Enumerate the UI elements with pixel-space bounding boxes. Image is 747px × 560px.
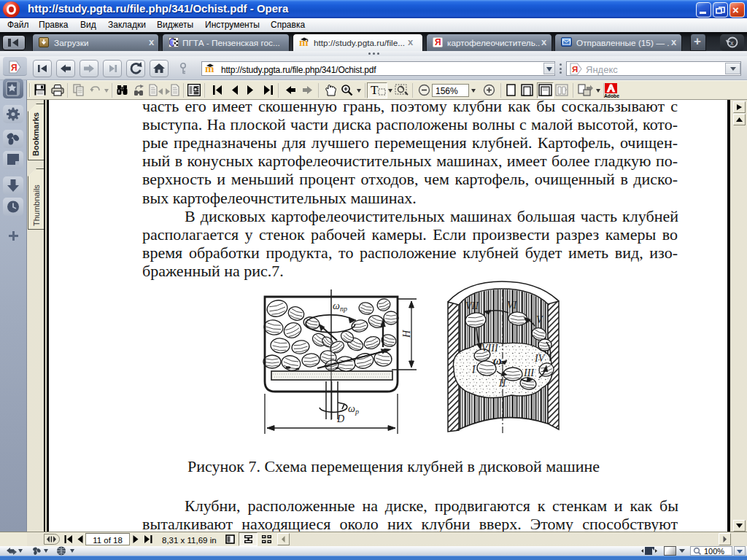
svg-text:IV: IV: [534, 353, 546, 364]
svg-text:T: T: [371, 84, 379, 96]
svg-text:II: II: [498, 378, 507, 389]
svg-text:VI: VI: [507, 300, 518, 311]
svg-text:III: III: [523, 368, 535, 378]
svg-text:Я: Я: [11, 63, 18, 73]
svg-text:T: T: [171, 39, 176, 46]
svg-text:VII: VII: [465, 300, 479, 311]
svg-text:H: H: [401, 330, 412, 338]
svg-text:ωпр: ωпр: [333, 300, 347, 313]
svg-text:D: D: [336, 413, 344, 424]
svg-text:VIII: VIII: [481, 343, 499, 354]
svg-text:ωр: ωр: [348, 403, 359, 416]
svg-text:x: x: [730, 39, 734, 47]
svg-text:Я: Я: [572, 65, 578, 74]
svg-text:V: V: [536, 314, 543, 325]
svg-text:ω: ω: [493, 354, 502, 367]
